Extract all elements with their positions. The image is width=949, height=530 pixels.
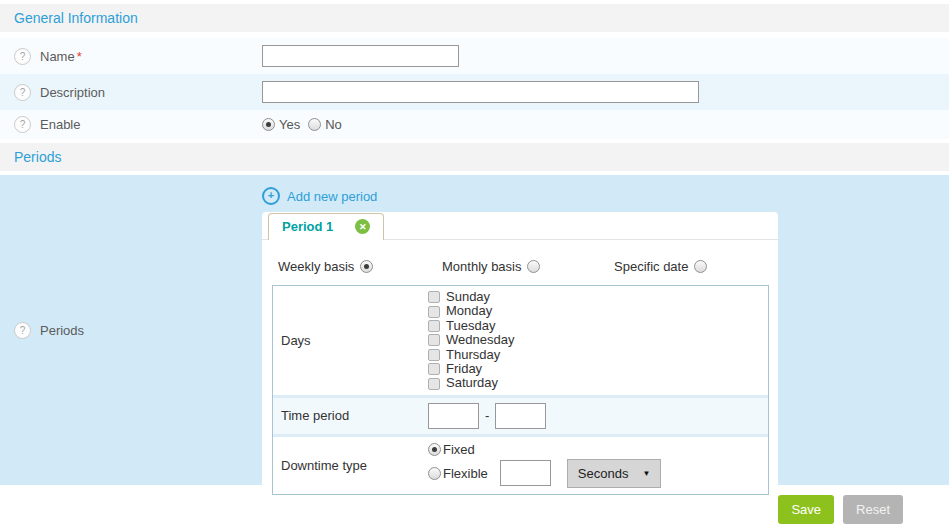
period-settings-table: Days Sunday Monday Tuesday Wednesday Thu… bbox=[272, 285, 769, 495]
day-saturday[interactable]: Saturday bbox=[428, 376, 514, 390]
enable-yes-radio[interactable]: Yes bbox=[262, 117, 300, 132]
checkbox-icon[interactable] bbox=[428, 291, 440, 303]
section-header-general: General Information bbox=[0, 4, 949, 32]
specific-date-radio[interactable]: Specific date bbox=[614, 259, 707, 274]
time-period-row: Time period - bbox=[273, 398, 768, 434]
day-label: Friday bbox=[446, 362, 482, 376]
description-input[interactable] bbox=[262, 81, 699, 103]
day-label: Wednesday bbox=[446, 333, 514, 347]
close-tab-icon[interactable] bbox=[355, 219, 370, 234]
radio-icon[interactable] bbox=[262, 118, 275, 131]
help-icon[interactable] bbox=[14, 322, 31, 339]
checkbox-icon[interactable] bbox=[428, 320, 440, 332]
tab-period-1[interactable]: Period 1 bbox=[268, 213, 384, 240]
add-new-period-label: Add new period bbox=[287, 189, 377, 204]
help-icon[interactable] bbox=[14, 84, 31, 101]
fixed-radio[interactable]: Fixed bbox=[428, 442, 661, 457]
specific-date-label: Specific date bbox=[614, 259, 688, 274]
checkbox-icon[interactable] bbox=[428, 306, 440, 318]
radio-icon[interactable] bbox=[360, 260, 373, 273]
enable-yes-label: Yes bbox=[279, 117, 300, 132]
checkbox-icon[interactable] bbox=[428, 349, 440, 361]
radio-icon[interactable] bbox=[308, 118, 321, 131]
day-label: Monday bbox=[446, 304, 492, 318]
enable-no-radio[interactable]: No bbox=[308, 117, 342, 132]
periods-content: Add new period Period 1 Weekly basis Mon… bbox=[262, 175, 778, 485]
duration-unit-value: Seconds bbox=[578, 466, 629, 481]
periods-section: Periods Add new period Period 1 Weekly b… bbox=[0, 175, 949, 485]
time-period-inputs: - bbox=[428, 398, 546, 434]
required-asterisk: * bbox=[77, 49, 82, 64]
day-tuesday[interactable]: Tuesday bbox=[428, 319, 514, 333]
day-label: Saturday bbox=[446, 376, 498, 390]
add-new-period-link[interactable]: Add new period bbox=[262, 187, 778, 205]
name-input[interactable] bbox=[262, 45, 459, 67]
day-label: Thursday bbox=[446, 348, 500, 362]
weekly-basis-radio[interactable]: Weekly basis bbox=[278, 259, 442, 274]
enable-label: Enable bbox=[40, 117, 80, 132]
name-label-cell: Name* bbox=[0, 48, 262, 65]
name-label: Name* bbox=[40, 49, 82, 64]
downtime-type-content: Fixed Flexible Seconds bbox=[428, 437, 661, 494]
days-checkbox-list: Sunday Monday Tuesday Wednesday Thursday… bbox=[428, 286, 514, 395]
basis-options-row: Weekly basis Monthly basis Specific date bbox=[278, 259, 778, 274]
downtime-type-label: Downtime type bbox=[273, 437, 428, 494]
help-icon[interactable] bbox=[14, 48, 31, 65]
day-label: Tuesday bbox=[446, 319, 495, 333]
downtime-type-row: Downtime type Fixed Flexible Seconds bbox=[273, 437, 768, 494]
day-sunday[interactable]: Sunday bbox=[428, 290, 514, 304]
caret-down-icon bbox=[642, 469, 650, 478]
section-header-periods: Periods bbox=[0, 143, 949, 171]
enable-label-cell: Enable bbox=[0, 116, 262, 133]
monthly-basis-radio[interactable]: Monthly basis bbox=[442, 259, 614, 274]
radio-icon[interactable] bbox=[428, 443, 441, 456]
flexible-label: Flexible bbox=[443, 466, 488, 481]
time-start-input[interactable] bbox=[428, 403, 479, 429]
duration-unit-select[interactable]: Seconds bbox=[567, 459, 662, 488]
form-row-name: Name* bbox=[0, 38, 949, 74]
day-friday[interactable]: Friday bbox=[428, 362, 514, 376]
periods-label: Periods bbox=[40, 323, 84, 338]
enable-no-label: No bbox=[325, 117, 342, 132]
monthly-basis-label: Monthly basis bbox=[442, 259, 521, 274]
save-button[interactable]: Save bbox=[778, 495, 834, 524]
form-row-enable: Enable Yes No bbox=[0, 110, 949, 139]
form-row-description: Description bbox=[0, 74, 949, 110]
help-icon[interactable] bbox=[14, 116, 31, 133]
checkbox-icon[interactable] bbox=[428, 363, 440, 375]
weekly-basis-label: Weekly basis bbox=[278, 259, 354, 274]
add-circle-icon[interactable] bbox=[262, 187, 280, 205]
radio-icon[interactable] bbox=[527, 260, 540, 273]
description-label-cell: Description bbox=[0, 84, 262, 101]
checkbox-icon[interactable] bbox=[428, 378, 440, 390]
time-separator: - bbox=[485, 408, 489, 423]
tab-period-1-label: Period 1 bbox=[282, 219, 333, 234]
radio-icon[interactable] bbox=[694, 260, 707, 273]
day-monday[interactable]: Monday bbox=[428, 304, 514, 318]
time-end-input[interactable] bbox=[495, 403, 546, 429]
periods-label-cell: Periods bbox=[0, 175, 262, 485]
days-row: Days Sunday Monday Tuesday Wednesday Thu… bbox=[273, 286, 768, 395]
period-tab-bar: Period 1 bbox=[262, 212, 778, 240]
checkbox-icon[interactable] bbox=[428, 334, 440, 346]
flexible-line: Flexible Seconds bbox=[428, 459, 661, 488]
day-wednesday[interactable]: Wednesday bbox=[428, 333, 514, 347]
fixed-label: Fixed bbox=[443, 442, 475, 457]
duration-input[interactable] bbox=[500, 460, 551, 486]
period-panel: Period 1 Weekly basis Monthly basis Spec… bbox=[262, 212, 778, 507]
description-label: Description bbox=[40, 85, 105, 100]
reset-button[interactable]: Reset bbox=[843, 495, 903, 524]
day-thursday[interactable]: Thursday bbox=[428, 348, 514, 362]
day-label: Sunday bbox=[446, 290, 490, 304]
flexible-radio-icon[interactable] bbox=[428, 467, 441, 480]
time-period-label: Time period bbox=[273, 398, 428, 434]
days-label: Days bbox=[273, 286, 428, 395]
